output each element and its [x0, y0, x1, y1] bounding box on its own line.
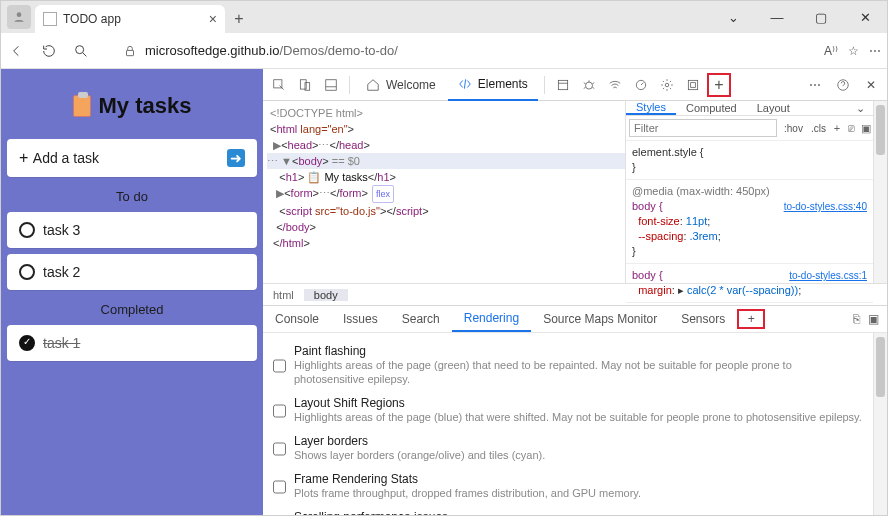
- tab-close-icon[interactable]: ×: [209, 11, 217, 27]
- back-button[interactable]: [7, 41, 27, 61]
- rendering-option: Layer bordersShows layer borders (orange…: [273, 429, 863, 467]
- task-checkbox[interactable]: [19, 264, 35, 280]
- styles-filter-row: :hov .cls + ⎚ ▣: [626, 116, 873, 141]
- filter-input[interactable]: [629, 119, 777, 137]
- svg-rect-11: [688, 80, 697, 89]
- more-icon[interactable]: ⋯: [869, 44, 881, 58]
- task-checkbox[interactable]: [19, 222, 35, 238]
- rendering-panel: Paint flashingHighlights areas of the pa…: [263, 333, 873, 515]
- hov-toggle[interactable]: :hov: [780, 122, 807, 135]
- tab-console[interactable]: Console: [263, 306, 331, 332]
- help-icon[interactable]: [831, 73, 855, 97]
- devtools-panel: Welcome Elements + ⋯ ✕ <!DOCTYPE html: [263, 69, 887, 515]
- tab-issues[interactable]: Issues: [331, 306, 390, 332]
- tab-favicon: [43, 12, 57, 26]
- dom-breadcrumb[interactable]: html body: [263, 283, 887, 305]
- close-window-button[interactable]: ✕: [843, 1, 887, 33]
- task-item-done[interactable]: task 1: [7, 325, 257, 361]
- tab-computed[interactable]: Computed: [676, 101, 747, 115]
- scrollbar[interactable]: [873, 333, 887, 515]
- dom-selected-body: ⋯ ▼<body> == $0: [267, 153, 625, 169]
- rendering-option: Paint flashingHighlights areas of the pa…: [273, 339, 863, 391]
- bug-icon[interactable]: [577, 73, 601, 97]
- checkbox[interactable]: [273, 398, 286, 424]
- clipboard-icon: [73, 95, 91, 117]
- option-desc: Plots frame throughput, dropped frames d…: [294, 486, 641, 500]
- add-task-input[interactable]: + Add a task ➜: [7, 139, 257, 177]
- window-controls: ⌄ — ▢ ✕: [711, 1, 887, 33]
- read-aloud-icon[interactable]: A⁾⁾: [824, 44, 838, 58]
- cls-toggle[interactable]: .cls: [807, 122, 830, 135]
- new-tab-button[interactable]: +: [225, 5, 253, 33]
- tab-sensors[interactable]: Sensors: [669, 306, 737, 332]
- task-item[interactable]: task 2: [7, 254, 257, 290]
- tab-styles[interactable]: Styles: [626, 101, 676, 115]
- dock-icon[interactable]: [319, 73, 343, 97]
- tab-elements[interactable]: Elements: [448, 69, 538, 101]
- favorite-icon[interactable]: ☆: [848, 44, 859, 58]
- tab-search[interactable]: Search: [390, 306, 452, 332]
- checkbox[interactable]: [273, 436, 286, 462]
- tab-source-maps[interactable]: Source Maps Monitor: [531, 306, 669, 332]
- maximize-button[interactable]: ▢: [799, 1, 843, 33]
- option-desc: Highlights areas of the page (blue) that…: [294, 410, 862, 424]
- rendering-option: Scrolling performance issuesHighlights e…: [273, 505, 863, 515]
- inspect-icon[interactable]: [267, 73, 291, 97]
- url-display[interactable]: microsoftedge.github.io/Demos/demo-to-do…: [103, 43, 812, 58]
- svg-point-8: [585, 82, 592, 89]
- chevron-down-icon[interactable]: ⌄: [711, 1, 755, 33]
- chevron-down-icon[interactable]: ⌄: [848, 101, 873, 115]
- tab-rendering[interactable]: Rendering: [452, 306, 531, 332]
- svg-point-1: [76, 45, 84, 53]
- more-tools-icon[interactable]: ⋯: [803, 73, 827, 97]
- drawer-add-tab-button[interactable]: +: [737, 309, 765, 329]
- svg-point-0: [17, 12, 22, 17]
- source-link[interactable]: to-do-styles.css:40: [784, 199, 867, 214]
- app-title: My tasks: [7, 75, 257, 133]
- drawer-dock-icon[interactable]: ▣: [868, 312, 879, 326]
- device-toggle-icon[interactable]: [293, 73, 317, 97]
- browser-tab[interactable]: TODO app ×: [35, 5, 225, 33]
- source-link[interactable]: to-do-styles.css:1: [789, 268, 867, 283]
- refresh-button[interactable]: [39, 41, 59, 61]
- app-icon[interactable]: [681, 73, 705, 97]
- flex-badge[interactable]: flex: [372, 185, 394, 203]
- task-item[interactable]: task 3: [7, 212, 257, 248]
- checkbox[interactable]: [273, 512, 286, 515]
- option-title: Layer borders: [294, 434, 545, 448]
- tab-welcome[interactable]: Welcome: [356, 69, 446, 101]
- tool-icon[interactable]: [551, 73, 575, 97]
- performance-icon[interactable]: [629, 73, 653, 97]
- gear-icon[interactable]: [655, 73, 679, 97]
- add-tab-button[interactable]: +: [707, 73, 731, 97]
- submit-arrow-icon[interactable]: ➜: [227, 149, 245, 167]
- tab-layout[interactable]: Layout: [747, 101, 800, 115]
- crumb-html[interactable]: html: [263, 289, 304, 301]
- task-checkbox-done[interactable]: [19, 335, 35, 351]
- browser-window: TODO app × + ⌄ — ▢ ✕ microsoftedge.githu…: [0, 0, 888, 516]
- crumb-body[interactable]: body: [304, 289, 348, 301]
- styles-tabs: Styles Computed Layout ⌄: [626, 101, 873, 116]
- style-block[interactable]: @media (max-width: 450px) body {to-do-st…: [626, 180, 873, 264]
- checkbox[interactable]: [273, 474, 286, 500]
- minimize-button[interactable]: —: [755, 1, 799, 33]
- close-devtools-icon[interactable]: ✕: [859, 73, 883, 97]
- profile-avatar[interactable]: [7, 5, 31, 29]
- svg-rect-2: [127, 50, 134, 55]
- style-block[interactable]: element.style {}: [626, 141, 873, 180]
- svg-rect-12: [690, 82, 695, 87]
- brush-icon[interactable]: ⎚: [844, 122, 858, 134]
- option-desc: Highlights areas of the page (green) tha…: [294, 358, 863, 386]
- search-icon[interactable]: [71, 41, 91, 61]
- elements-tree[interactable]: <!DOCTYPE html> <html lang="en"> ▶<head>…: [263, 101, 625, 283]
- wifi-icon[interactable]: [603, 73, 627, 97]
- box-icon[interactable]: ▣: [859, 122, 873, 135]
- scrollbar[interactable]: [873, 101, 887, 283]
- add-task-label: Add a task: [33, 150, 99, 166]
- option-title: Paint flashing: [294, 344, 863, 358]
- devtools-toolbar: Welcome Elements + ⋯ ✕: [263, 69, 887, 101]
- new-style-icon[interactable]: +: [830, 122, 844, 134]
- dom-doctype: <!DOCTYPE html>: [270, 107, 363, 119]
- drawer-icon[interactable]: ⎘: [853, 312, 860, 326]
- checkbox[interactable]: [273, 346, 286, 386]
